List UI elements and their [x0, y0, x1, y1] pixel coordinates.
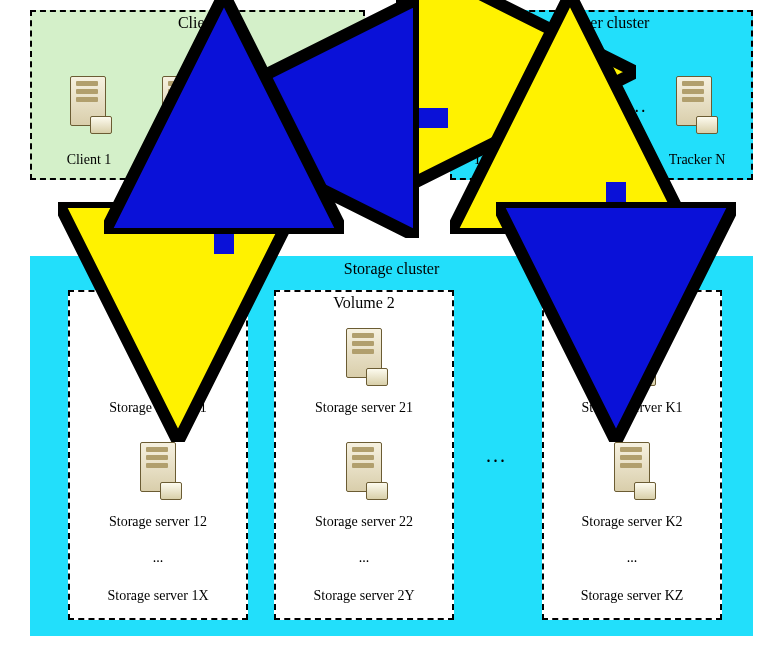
client-node-label: Client 1 [44, 152, 134, 168]
server-icon [136, 440, 182, 500]
tracker-node-label: Tracker N [652, 152, 742, 168]
storage-node-label: Storage server K1 [544, 400, 720, 416]
ellipsis: ... [628, 96, 648, 117]
server-icon [672, 74, 718, 134]
ellipsis: ... [70, 550, 246, 566]
storage-node-label: Storage server 21 [276, 400, 452, 416]
server-icon [342, 440, 388, 500]
server-icon [562, 74, 608, 134]
volume-title: Volume 1 [70, 292, 246, 312]
server-icon [66, 74, 112, 134]
volume-title: Volume K [544, 292, 720, 312]
storage-title: Storage cluster [32, 258, 751, 278]
volume-box: Volume K Storage server K1 Storage serve… [542, 290, 722, 620]
server-icon [272, 74, 318, 134]
server-icon [610, 326, 656, 386]
tracker-title: Tracker cluster [452, 12, 751, 32]
volume-box: Volume 1 Storage server 11 Storage serve… [68, 290, 248, 620]
tracker-node-label: Tracker 2 [542, 152, 630, 168]
storage-node-label: Storage server 12 [70, 514, 246, 530]
storage-node-label: Storage server K2 [544, 514, 720, 530]
client-cluster-box: Client Client 1 Client 2 ... Client M [30, 10, 365, 180]
server-icon [136, 326, 182, 386]
storage-node-label: Storage server KZ [544, 588, 720, 604]
server-icon [610, 440, 656, 500]
ellipsis: ... [486, 444, 507, 467]
volume-title: Volume 2 [276, 292, 452, 312]
server-icon [158, 74, 204, 134]
storage-cluster-box: Storage cluster Volume 1 Storage server … [30, 256, 753, 636]
tracker-node-label: Tracker 1 [456, 152, 544, 168]
tracker-cluster-box: Tracker cluster Tracker 1 Tracker 2 ... … [450, 10, 753, 180]
ellipsis: ... [276, 550, 452, 566]
client-title: Client [32, 12, 363, 32]
ellipsis: ... [544, 550, 720, 566]
client-node-label: Client 2 [136, 152, 226, 168]
storage-node-label: Storage server 22 [276, 514, 452, 530]
storage-node-label: Storage server 11 [70, 400, 246, 416]
ellipsis: ... [224, 96, 244, 117]
server-icon [476, 74, 522, 134]
server-icon [342, 326, 388, 386]
client-node-label: Client M [248, 152, 344, 168]
storage-node-label: Storage server 2Y [276, 588, 452, 604]
storage-node-label: Storage server 1X [70, 588, 246, 604]
volume-box: Volume 2 Storage server 21 Storage serve… [274, 290, 454, 620]
